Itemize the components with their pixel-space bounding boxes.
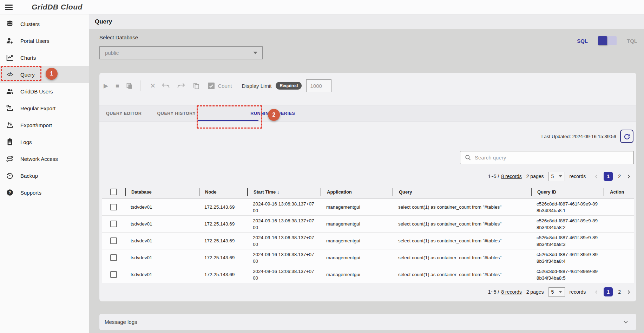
clear-button[interactable]: × [150, 81, 155, 90]
pagination-range: 1~5 / [488, 174, 499, 179]
pages-count: 2 pages [526, 174, 544, 179]
tab-query-editor[interactable]: QUERY EDITOR [101, 111, 147, 116]
pages-count: 2 pages [526, 289, 544, 295]
cell-database: tsdvdev01 [125, 204, 199, 210]
refresh-icon [623, 133, 631, 140]
pagination-bottom: 1~5 / 8 records 2 pages 5 records 1 2 [488, 287, 631, 297]
cell-node: 172.25.143.69 [199, 238, 247, 243]
column-header-query[interactable]: Query [399, 189, 412, 195]
page-number-2[interactable]: 2 [617, 174, 622, 179]
chevron-down-icon [559, 175, 562, 177]
column-header-query-id[interactable]: Query ID [537, 189, 556, 195]
sidebar-item-label: Export/Import [20, 122, 52, 128]
cell-node: 172.25.143.69 [199, 255, 247, 260]
select-all-checkbox[interactable] [110, 189, 117, 195]
sidebar-item-portal-users[interactable]: Portal Users [0, 32, 89, 49]
message-logs-panel[interactable]: Message logs [99, 314, 636, 330]
toggle-knob [598, 36, 607, 45]
restore-icon [5, 171, 14, 180]
previous-page-icon[interactable] [594, 289, 599, 295]
page-number-1[interactable]: 1 [604, 287, 613, 296]
count-label: Count [218, 83, 232, 89]
table-row: tsdvdev01 172.25.143.69 2024-09-16 13:06… [102, 199, 634, 216]
annotation-step-badge-1: 1 [46, 68, 58, 80]
chevron-down-icon [253, 52, 257, 54]
cell-start-time: 2024-09-16 13:06:38.137+0700 [247, 251, 321, 265]
help-icon: ? [5, 188, 14, 197]
griddb-cloud-app: GridDB Cloud Clusters Portal Users Chart… [0, 0, 644, 333]
sidebar-item-supports[interactable]: ? Supports [0, 184, 89, 201]
column-header-database[interactable]: Database [131, 189, 152, 195]
main-content: Select Database public SQL TQL ▶ ■ × [89, 29, 644, 333]
query-mode-toggle-group: SQL TQL [577, 34, 637, 48]
table-row: tsdvdev01 172.25.143.69 2024-09-16 13:06… [102, 266, 634, 283]
sidebar-item-label: Clusters [20, 21, 40, 27]
chevron-down-icon[interactable] [623, 319, 629, 325]
copy-icon[interactable] [192, 82, 200, 90]
search-input[interactable] [475, 155, 633, 161]
next-page-icon[interactable] [626, 174, 631, 179]
run-query-button[interactable]: ▶ [104, 83, 108, 89]
page-size-select[interactable]: 5 [548, 287, 565, 297]
person-gear-icon [5, 36, 14, 45]
page-size-select[interactable]: 5 [548, 172, 565, 181]
sidebar-item-network-access[interactable]: Network Access [0, 150, 89, 167]
records-count-link[interactable]: 8 records [501, 289, 521, 295]
previous-page-icon[interactable] [594, 174, 599, 179]
query-panel: ▶ ■ × Count Di [99, 73, 636, 301]
database-dropdown-value: public [105, 50, 253, 56]
cell-database: tsdvdev01 [125, 272, 199, 277]
page-size-value: 5 [551, 289, 554, 295]
row-checkbox[interactable] [110, 204, 117, 210]
clipboard-icon [5, 137, 14, 146]
cell-database: tsdvdev01 [125, 255, 199, 260]
count-checkbox[interactable] [208, 83, 215, 89]
records-count-link[interactable]: 8 records [501, 174, 521, 179]
tab-query-history[interactable]: QUERY HISTORY [152, 111, 201, 116]
cell-database: tsdvdev01 [125, 238, 199, 243]
required-badge: Required [276, 82, 302, 90]
sidebar-item-charts[interactable]: Charts [0, 49, 89, 66]
sidebar-item-backup[interactable]: Backup [0, 167, 89, 184]
cell-node: 172.25.143.69 [199, 221, 247, 227]
cell-query-id: c526c8dd-f887-461f-89e9-898b34f34ba8:4 [531, 251, 604, 265]
row-checkbox[interactable] [110, 271, 117, 278]
sql-mode-label: SQL [577, 38, 588, 44]
page-number-1[interactable]: 1 [604, 172, 613, 181]
sidebar-item-label: Backup [20, 173, 38, 179]
table-row: tsdvdev01 172.25.143.69 2024-09-16 13:06… [102, 233, 634, 249]
stop-query-button[interactable]: ■ [116, 83, 119, 89]
sort-desc-icon[interactable]: ↓ [277, 189, 280, 195]
sidebar-item-regular-export[interactable]: Regular Export [0, 100, 89, 117]
cell-query-id: c526c8dd-f887-461f-89e9-898b34f34ba8:3 [531, 234, 604, 248]
column-header-node[interactable]: Node [205, 189, 217, 195]
next-page-icon[interactable] [626, 289, 631, 295]
sidebar: Clusters Portal Users Charts </> Query G… [0, 14, 89, 333]
cell-query: select count(1) as container_count from … [393, 238, 531, 243]
last-updated-text: Last Updated: 2024-09-16 15:39:59 [541, 134, 616, 139]
sidebar-item-clusters[interactable]: Clusters [0, 15, 89, 32]
row-checkbox[interactable] [110, 254, 117, 261]
page-number-2[interactable]: 2 [617, 289, 622, 295]
sidebar-item-label: Regular Export [20, 105, 55, 111]
app-logo: GridDB Cloud [32, 3, 83, 11]
hamburger-menu-icon[interactable] [5, 5, 13, 10]
sidebar-item-export-import[interactable]: Export/Import [0, 117, 89, 133]
sql-tql-toggle[interactable] [598, 36, 617, 45]
cell-query-id: c526c8dd-f887-461f-89e9-898b34f34ba8:5 [531, 268, 604, 281]
row-checkbox[interactable] [110, 237, 117, 244]
database-dropdown[interactable]: public [99, 46, 263, 59]
sidebar-item-logs[interactable]: Logs [0, 133, 89, 150]
column-header-start-time[interactable]: Start Time [254, 189, 276, 195]
display-limit-input[interactable] [306, 79, 331, 92]
redo-icon[interactable] [177, 82, 185, 89]
sidebar-item-query[interactable]: </> Query [0, 66, 89, 83]
cell-query: select count(1) as container_count from … [393, 255, 531, 260]
row-checkbox[interactable] [110, 221, 117, 227]
duplicate-icon[interactable] [126, 82, 133, 90]
sidebar-item-griddb-users[interactable]: GridDB Users [0, 83, 89, 100]
refresh-button[interactable] [620, 130, 633, 143]
pagination-top: 1~5 / 8 records 2 pages 5 records 1 2 [488, 171, 631, 181]
column-header-application[interactable]: Application [327, 189, 352, 195]
undo-icon[interactable] [162, 82, 170, 89]
